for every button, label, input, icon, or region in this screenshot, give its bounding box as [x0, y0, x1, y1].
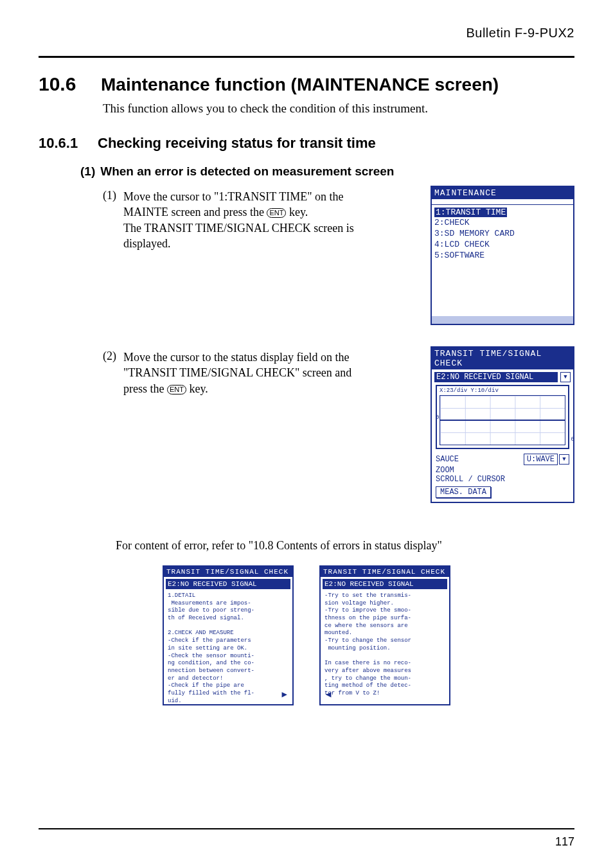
top-rule [39, 56, 574, 58]
detail-right-title: TRANSIT TIME/SIGNAL CHECK [321, 567, 449, 577]
page-next-icon: ▶ [282, 689, 287, 700]
zoom-label: ZOOM [436, 466, 569, 475]
error-detail-lcd-right: TRANSIT TIME/SIGNAL CHECK E2:NO RECEIVED… [319, 565, 450, 705]
step2-number: (2) [103, 350, 116, 363]
maintenance-lcd-title: MAINTENANCE [432, 187, 573, 199]
detail-left-status: E2:NO RECEIVED SIGNAL [166, 579, 290, 589]
step1-text: Move the cursor to "1:TRANSIT TIME" on t… [123, 189, 377, 251]
status-dropdown-icon: ▼ [560, 372, 571, 382]
maint-menu-item-4: 4:LCD CHECK [434, 239, 571, 250]
step2-line2: key. [189, 382, 208, 395]
ent-key-icon: ENT [267, 208, 286, 218]
error-detail-lcd-left: TRANSIT TIME/SIGNAL CHECK E2:NO RECEIVED… [163, 565, 294, 705]
section-description: This function allows you to check the co… [103, 102, 574, 116]
detail-right-body: -Try to set the transmis- sion voltage h… [324, 592, 445, 698]
subsection-title: Checking receiving status for transit ti… [98, 135, 376, 152]
step1-number: (1) [103, 189, 116, 202]
ent-key-icon: ENT [167, 385, 186, 394]
step2-line1: Move the cursor to the status display fi… [123, 351, 351, 395]
step2-text: Move the cursor to the status display fi… [123, 350, 377, 396]
wave-select: U:WAVE [524, 454, 558, 465]
signal-check-lcd: TRANSIT TIME/SIGNAL CHECK E2:NO RECEIVED… [431, 346, 574, 503]
subsection-number: 10.6.1 [39, 135, 90, 152]
page-prev-icon: ◀ [326, 689, 331, 700]
section-title: Maintenance function (MAINTENANCE screen… [101, 75, 499, 95]
step1-line3: The TRANSIT TIME/SIGNAL CHECK screen is … [123, 222, 354, 250]
meas-data-button: MEAS. DATA [436, 486, 491, 498]
scroll-cursor-label: SCROLL / CURSOR [436, 475, 569, 484]
graph-zero-left: 0 [436, 414, 439, 421]
bulletin-id: Bulletin F-9-PUX2 [39, 26, 574, 40]
signal-graph: X:23/div Y:10/div 0 0 [436, 385, 569, 449]
sauce-label: SAUCE [436, 455, 459, 464]
signal-status-field: E2:NO RECEIVED SIGNAL [434, 372, 558, 382]
detail-left-body: 1.DETAIL Measurements are impos- sible d… [168, 592, 289, 705]
maintenance-lcd: MAINTENANCE 1:TRANSIT TIME 2:CHECK 3:SD … [431, 186, 574, 325]
maint-menu-item-1: 1:TRANSIT TIME [434, 208, 507, 217]
graph-zero-right: 0 [571, 436, 574, 443]
step1-line1: Move the cursor to "1:TRANSIT TIME" on t… [123, 190, 344, 218]
wave-dropdown-icon: ▼ [559, 454, 569, 465]
page-number: 117 [555, 835, 574, 849]
item-title: When an error is detected on measurement… [100, 164, 394, 179]
step1-line2: key. [289, 206, 308, 218]
signal-lcd-title: TRANSIT TIME/SIGNAL CHECK [432, 348, 573, 369]
maint-menu-item-3: 3:SD MEMORY CARD [434, 228, 571, 239]
detail-left-title: TRANSIT TIME/SIGNAL CHECK [164, 567, 292, 577]
maint-menu-item-5: 5:SOFTWARE [434, 250, 571, 261]
refer-text: For content of error, refer to "10.8 Con… [116, 539, 574, 553]
item-number: (1) [80, 164, 95, 179]
graph-axis-label: X:23/div Y:10/div [440, 387, 499, 394]
maint-menu-item-2: 2:CHECK [434, 217, 571, 228]
bottom-rule [39, 828, 574, 829]
detail-right-status: E2:NO RECEIVED SIGNAL [323, 579, 447, 589]
section-number: 10.6 [39, 73, 93, 95]
